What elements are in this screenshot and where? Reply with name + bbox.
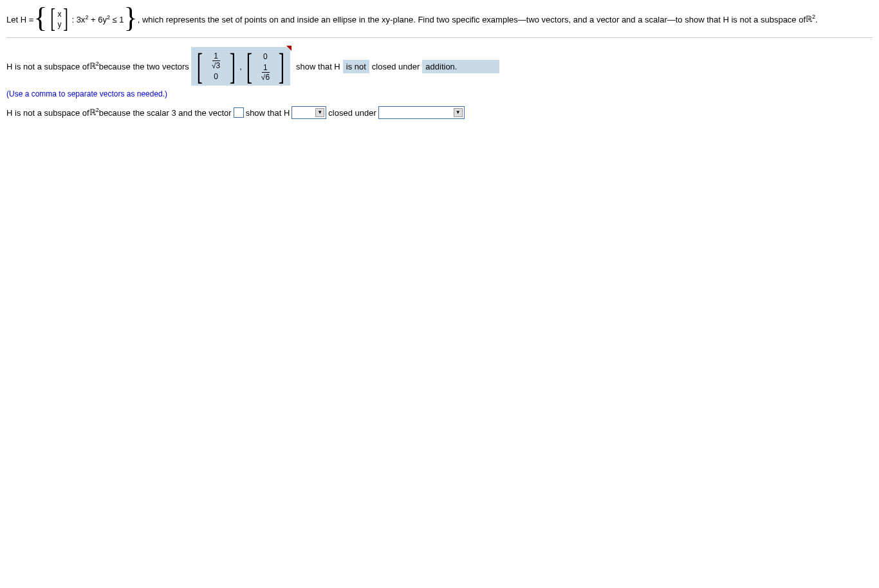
p1-because: because the two vectors [99, 62, 189, 71]
operation-dropdown[interactable]: addition. [422, 60, 499, 73]
xy-vector: [ x y ] [48, 6, 70, 32]
vec-x: x [57, 9, 61, 19]
R2: ℝ2 [806, 14, 815, 24]
vec2-top: 0 [263, 52, 268, 61]
rbracket-icon: ] [279, 48, 284, 84]
lbracket-icon: [ [51, 5, 56, 31]
vector-input[interactable] [234, 107, 244, 118]
vec-y: y [57, 19, 61, 30]
cond-text: : 3x2 + 6y2 ≤ 1 [71, 14, 124, 24]
p1-show: show that H [296, 62, 340, 71]
let-text: Let H = [6, 15, 33, 24]
answer-vectors-input[interactable]: [ 1 √3 0 ] , [ 0 1 √6 ] [191, 47, 290, 86]
question-rest: , which represents the set of points on … [138, 15, 806, 24]
isnot-dropdown[interactable]: is not [343, 60, 369, 73]
vec1-bot: 0 [214, 72, 218, 81]
problem-statement: Let H = { [ x y ] : 3x2 + 6y2 ≤ 1 } , wh… [6, 5, 873, 33]
rbracket-icon: ] [64, 5, 69, 31]
vec2-stack: 0 1 √6 [255, 51, 275, 82]
part2-row: H is not a subspace of ℝ2 because the sc… [6, 106, 873, 119]
p2-lead: H is not a subspace of [6, 108, 89, 118]
isnot-dropdown-2[interactable] [291, 106, 326, 119]
p2-closed: closed under [328, 108, 376, 118]
comma: , [239, 62, 242, 71]
lbracket-icon: [ [246, 48, 252, 84]
part1-row: H is not a subspace of ℝ2 because the tw… [6, 47, 873, 86]
vec1-top-frac: 1 √3 [212, 52, 220, 69]
p1-closed: closed under [372, 62, 420, 71]
p1-lead: H is not a subspace of [6, 62, 89, 71]
rbrace-icon: } [124, 4, 138, 32]
p2-show: show that H [246, 108, 290, 118]
flag-icon [286, 46, 291, 51]
rbracket-icon: ] [229, 48, 235, 84]
R2-p2: ℝ2 [89, 107, 99, 118]
lbrace-icon: { [33, 4, 47, 32]
xy-stack: x y [57, 9, 61, 30]
lbracket-icon: [ [197, 48, 203, 84]
vec1-stack: 1 √3 0 [206, 51, 227, 82]
divider [6, 37, 873, 38]
period: . [815, 15, 818, 24]
vec2-bot-frac: 1 √6 [261, 64, 270, 81]
input-hint: (Use a comma to separate vectors as need… [6, 89, 873, 98]
operation-dropdown-2[interactable] [378, 106, 465, 119]
p2-because: because the scalar 3 and the vector [99, 108, 232, 118]
R2-p1: ℝ2 [89, 60, 99, 71]
